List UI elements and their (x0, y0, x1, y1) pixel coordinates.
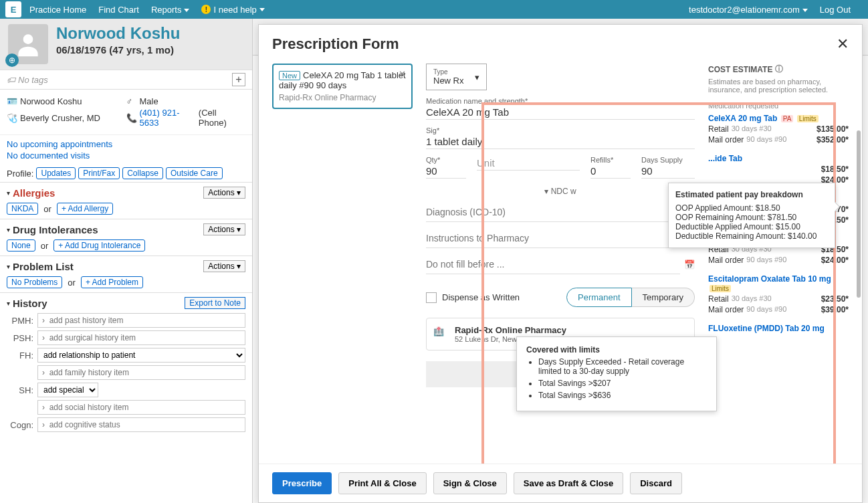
history-section: ▾ History Export to Note PMH: PSH: FH: a… (0, 292, 252, 439)
alt-med-item: Escitalopram Oxalate Tab 10 mg LimitsRet… (708, 274, 849, 314)
limits-tooltip: Covered with limits Days Supply Exceeded… (516, 336, 717, 411)
refills-value[interactable]: 0 (590, 165, 631, 179)
sh-label: SH: (7, 385, 33, 395)
collapse-icon[interactable]: ▾ (7, 226, 10, 233)
user-menu[interactable]: testdoctor2@elationemr.com (689, 5, 808, 15)
intol-actions[interactable]: Actions ▾ (203, 223, 245, 235)
temporary-toggle[interactable]: Temporary (632, 288, 695, 307)
rx-summary-card[interactable]: ✕ NewCeleXA 20 mg Tab 1 tablet daily #90… (272, 64, 413, 109)
patient-avatar[interactable]: ⊕ (8, 24, 48, 64)
collapse-icon[interactable]: ▾ (7, 189, 10, 197)
svg-point-0 (23, 34, 33, 44)
alt-med-item: FLUoxetine (PMDD) Tab 20 mg (708, 324, 849, 333)
add-tag-button[interactable]: + (232, 73, 245, 86)
no-problems-badge[interactable]: No Problems (7, 276, 62, 288)
tooltip-line: Total Savings >$636 (538, 391, 707, 400)
collapse-icon[interactable]: ▾ (7, 300, 10, 307)
dnf-input[interactable] (426, 255, 680, 274)
alt-med-name[interactable]: FLUoxetine (PMDD) Tab 20 mg (708, 324, 825, 333)
med-value[interactable]: CeleXA 20 mg Tab (426, 106, 695, 120)
permanent-toggle[interactable]: Permanent (566, 288, 632, 307)
daw-checkbox[interactable] (426, 292, 437, 303)
demo-name: Norwood Koshu (20, 96, 82, 106)
cogn-input[interactable] (37, 417, 245, 432)
problem-actions[interactable]: Actions ▾ (203, 260, 245, 272)
app-logo[interactable]: E (5, 1, 21, 17)
profile-outside[interactable]: Outside Care (166, 167, 223, 179)
rx-card-close[interactable]: ✕ (399, 69, 406, 79)
profile-updates[interactable]: Updates (36, 167, 76, 179)
days-value[interactable]: 90 (641, 165, 695, 179)
or-label: or (43, 204, 51, 214)
draft-close-button[interactable]: Save as Draft & Close (514, 472, 623, 494)
modal-close-button[interactable]: ✕ (837, 35, 849, 53)
fh-label: FH: (7, 350, 33, 361)
globe-icon: ⊕ (5, 54, 19, 67)
rx-card-pharmacy: Rapid-Rx Online Pharmacy (279, 93, 406, 102)
export-note-button[interactable]: Export to Note (185, 297, 245, 309)
instructions-input[interactable] (426, 229, 695, 248)
profile-collapse[interactable]: Collapse (122, 167, 163, 179)
pharmacy-name: Rapid-Rx Online Pharmacy (455, 325, 566, 335)
tooltip-line: Days Supply Exceeded - Retail coverage l… (538, 357, 707, 376)
diagnosis-input[interactable] (426, 203, 695, 222)
allergies-section: ▾ Allergies Actions ▾ NKDA or + Add Alle… (0, 182, 252, 219)
add-problem-button[interactable]: + Add Problem (81, 276, 143, 288)
psh-input[interactable] (37, 330, 245, 345)
pmh-input[interactable] (37, 313, 245, 328)
nav-reports[interactable]: Reports (151, 5, 190, 15)
allergies-actions[interactable]: Actions ▾ (203, 187, 245, 199)
caret-down-icon (259, 8, 265, 11)
tags-row: 🏷 No tags + (0, 70, 252, 90)
add-allergy-button[interactable]: + Add Allergy (57, 203, 113, 215)
print-close-button[interactable]: Print All & Close (338, 472, 426, 494)
no-appts-link[interactable]: No upcoming appointments (7, 139, 245, 149)
fh-select[interactable]: add relationship to patient (37, 348, 245, 363)
qty-value[interactable]: 90 (426, 165, 466, 179)
nav-find-chart[interactable]: Find Chart (98, 5, 139, 15)
pa-tag: PA (781, 115, 794, 122)
fh-input[interactable] (37, 365, 245, 380)
collapse-icon[interactable]: ▾ (7, 263, 10, 270)
prescription-modal: Prescription Form ✕ ✕ NewCeleXA 20 mg Ta… (258, 24, 863, 503)
med-name[interactable]: CeleXA 20 mg Tab (708, 114, 777, 123)
tag-icon: 🏷 (7, 75, 15, 85)
intol-none-badge[interactable]: None (7, 239, 35, 252)
profile-label: Profile: (7, 169, 33, 179)
info-icon[interactable]: ⓘ (775, 64, 783, 75)
phone-type: (Cell Phone) (199, 108, 245, 128)
sig-label: Sig* (426, 126, 695, 134)
nav-help[interactable]: !I need help (201, 5, 264, 15)
calendar-icon[interactable]: 📅 (684, 260, 695, 270)
demographics: 🪪Norwood Koshu ♂Male 🩺Beverly Crusher, M… (0, 90, 252, 135)
demo-phone[interactable]: (401) 921-5633 (140, 108, 197, 128)
type-select[interactable]: Type New Rx ▾ (426, 64, 487, 90)
history-title: History (13, 298, 185, 309)
nav-practice-home[interactable]: Practice Home (29, 5, 86, 15)
pharmacy-icon: 🏥 (433, 326, 449, 342)
ndc-toggle[interactable]: ▾ NDC w (426, 187, 695, 196)
cost-desc: Estimates are based on pharmacy, insuran… (708, 78, 849, 94)
scrollbar[interactable] (857, 130, 861, 298)
sig-value[interactable]: 1 tablet daily (426, 136, 695, 149)
add-intol-button[interactable]: + Add Drug Intolerance (53, 239, 145, 252)
no-visits-link[interactable]: No documented visits (7, 150, 245, 161)
sh-select[interactable]: add special (37, 383, 98, 397)
alt-med-name[interactable]: ...ide Tab (708, 154, 742, 163)
new-tag: New (279, 71, 300, 80)
sign-close-button[interactable]: Sign & Close (433, 472, 507, 494)
sh-input[interactable] (37, 400, 245, 415)
days-label: Days Supply (641, 156, 695, 164)
profile-print[interactable]: Print/Fax (78, 167, 120, 179)
pmh-label: PMH: (7, 316, 33, 326)
prescribe-button[interactable]: Prescribe (272, 472, 332, 494)
nkda-badge[interactable]: NKDA (7, 203, 38, 215)
daw-label: Dispense as Written (442, 292, 520, 302)
cogn-label: Cogn: (7, 420, 33, 430)
alt-med-name[interactable]: Escitalopram Oxalate Tab 10 mg (708, 274, 831, 284)
discard-button[interactable]: Discard (630, 472, 682, 494)
logout-link[interactable]: Log Out (820, 5, 851, 15)
limits-tag: Limits (710, 285, 731, 292)
caret-down-icon (802, 9, 808, 12)
unit-value[interactable]: Unit (477, 157, 580, 171)
